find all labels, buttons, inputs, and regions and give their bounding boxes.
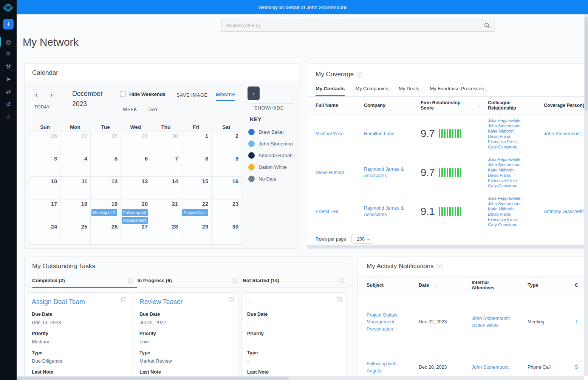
colleague-link[interactable]: John Stonemount;: [488, 123, 536, 128]
column-header-type[interactable]: Type: [524, 277, 571, 294]
calendar-day-cell[interactable]: 29: [181, 222, 212, 245]
contact-link[interactable]: Steve Hufford: [316, 170, 344, 175]
calendar-prev-icon[interactable]: ‹: [35, 90, 38, 99]
column-select-checkbox[interactable]: [339, 278, 344, 283]
search-icon[interactable]: [484, 22, 490, 28]
calendar-day-cell[interactable]: 26: [91, 222, 121, 245]
colleague-link[interactable]: Katie Midforth;: [488, 206, 536, 212]
activity-subject-link[interactable]: Follow up with Angela: [367, 361, 396, 373]
calendar-day-cell[interactable]: 10: [30, 177, 60, 199]
column-header-internal-attendees[interactable]: Internal Attendees: [468, 277, 524, 294]
calendar-day-cell[interactable]: 15: [181, 177, 212, 199]
clipped-link[interactable]: T: [575, 319, 578, 324]
calendar-day-cell[interactable]: 18: [60, 199, 91, 222]
show-hide-panel-button[interactable]: ›: [248, 87, 260, 100]
contact-link[interactable]: Michael Wise: [316, 131, 344, 136]
task-checkbox[interactable]: [337, 297, 342, 302]
coverage-person-link[interactable]: John Stonemount: [544, 131, 581, 136]
calendar-day-cell[interactable]: 2: [212, 131, 242, 154]
calendar-day-cell[interactable]: 27: [121, 222, 151, 245]
calendar-day-cell[interactable]: 9: [212, 154, 242, 177]
calendar-next-icon[interactable]: ›: [50, 90, 53, 99]
send-icon[interactable]: ➤: [0, 73, 17, 85]
horizontal-scrollbar[interactable]: [17, 376, 584, 380]
calendar-day-cell[interactable]: 13: [121, 177, 151, 199]
calendar-day-cell[interactable]: 8: [181, 154, 212, 177]
column-header-subject[interactable]: Subject: [357, 277, 415, 294]
activity-subject-link[interactable]: Project Outlaw Management Presentation: [367, 312, 397, 331]
tab-my-companies[interactable]: My Companies: [355, 86, 388, 96]
list-icon[interactable]: ≣: [0, 48, 17, 60]
history-icon[interactable]: ↺: [0, 98, 17, 110]
calendar-day-cell[interactable]: 3: [30, 154, 60, 177]
calendar-day-cell[interactable]: 6: [121, 154, 151, 177]
calendar-day-cell[interactable]: 5: [91, 154, 121, 177]
tab-my-deals[interactable]: My Deals: [399, 86, 419, 96]
column-select-checkbox[interactable]: [128, 278, 133, 283]
colleague-link[interactable]: John Stonemount;: [488, 201, 536, 206]
add-icon[interactable]: +: [3, 19, 14, 29]
today-button[interactable]: TODAY: [34, 105, 50, 109]
calendar-day-cell[interactable]: 4: [60, 154, 91, 177]
tab-my-fundraise-processes[interactable]: My Fundraise Processes: [430, 86, 484, 96]
calendar-day-cell[interactable]: 12: [91, 177, 121, 199]
attendee-link[interactable]: John Stonemount: [472, 364, 520, 371]
calendar-day-cell[interactable]: 17: [30, 199, 60, 222]
colleague-link[interactable]: Executive Ernie;: [488, 139, 536, 144]
colleague-link[interactable]: David Piana;: [488, 212, 536, 217]
calendar-day-cell[interactable]: 27: [60, 131, 91, 154]
calendar-day-cell[interactable]: 25: [60, 222, 91, 245]
calendar-day-cell[interactable]: 14: [151, 177, 181, 199]
search-input[interactable]: [226, 23, 484, 28]
colleague-link[interactable]: David Piana;: [488, 173, 536, 178]
colleague-link[interactable]: Gary Gemstone: [488, 222, 536, 227]
column-header-full-name[interactable]: Full Name: [307, 97, 360, 114]
calendar-day-cell[interactable]: 22Project Outla: [181, 199, 212, 222]
calendar-day-cell[interactable]: 7: [151, 154, 181, 177]
calendar-day-cell[interactable]: 24: [30, 222, 60, 245]
column-header-firm-relationship-score[interactable]: Firm Relationship Score↓: [417, 97, 484, 114]
coverage-horizontal-scrollbar[interactable]: [307, 245, 588, 248]
scrollbar-thumb[interactable]: [17, 377, 289, 380]
colleague-link[interactable]: David Piana;: [488, 134, 536, 139]
coverage-person-link[interactable]: Anthony Giacchetto: [544, 209, 585, 214]
calendar-day-cell[interactable]: 30: [212, 222, 242, 245]
calendar-event[interactable]: Follow up wit: [122, 209, 148, 216]
star-icon[interactable]: ☆: [0, 110, 17, 123]
task-title-link[interactable]: Review Teaser: [139, 298, 233, 306]
month-view-button[interactable]: MONTH: [216, 92, 235, 101]
compass-icon[interactable]: ◎: [0, 36, 17, 48]
hide-weekends-radio[interactable]: [120, 91, 126, 97]
colleague-link[interactable]: Julia Hepplewhite;: [488, 196, 536, 201]
calendar-day-cell[interactable]: 19Meeting to D: [91, 199, 121, 222]
company-link[interactable]: Raymond James & Associates: [364, 205, 404, 217]
coverage-info-icon[interactable]: ?: [357, 72, 362, 77]
sort-desc-icon[interactable]: ↓: [435, 283, 438, 288]
attendee-link[interactable]: John Stonemount;: [472, 315, 520, 322]
company-link[interactable]: Raymond James & Associates: [364, 167, 404, 178]
colleague-link[interactable]: Julia Hepplewhite;: [488, 118, 536, 123]
rows-per-page-select[interactable]: 200: [351, 235, 373, 244]
calendar-day-cell[interactable]: 20Follow up witManagement: [121, 199, 151, 222]
colleague-link[interactable]: Gary Gemstone: [488, 183, 536, 188]
vertical-scrollbar[interactable]: [584, 14, 588, 376]
colleague-link[interactable]: Katie Midforth;: [488, 167, 536, 173]
sort-desc-icon[interactable]: ↓: [478, 103, 481, 108]
calendar-day-cell[interactable]: 11: [60, 177, 91, 199]
column-select-checkbox[interactable]: [233, 278, 238, 283]
calendar-day-cell[interactable]: 16: [212, 177, 242, 199]
scrollbar-thumb[interactable]: [585, 17, 588, 111]
calendar-day-cell[interactable]: 28: [151, 222, 181, 245]
tab-my-contacts[interactable]: My Contacts: [316, 86, 345, 96]
colleague-link[interactable]: Executive Ernie;: [488, 217, 536, 222]
task-title-link[interactable]: -: [247, 298, 341, 306]
calendar-event[interactable]: Project Outla: [182, 209, 208, 216]
link-icon[interactable]: ⇄: [0, 85, 17, 98]
calendar-day-cell[interactable]: 30: [151, 131, 181, 154]
colleague-link[interactable]: Katie Midforth;: [488, 128, 536, 134]
clipped-link[interactable]: S: [575, 365, 578, 370]
calendar-day-cell[interactable]: 29: [121, 131, 151, 154]
week-view-button[interactable]: WEEK: [123, 107, 137, 112]
column-header-date[interactable]: Date↓: [415, 277, 468, 294]
activity-info-icon[interactable]: ?: [437, 264, 443, 269]
